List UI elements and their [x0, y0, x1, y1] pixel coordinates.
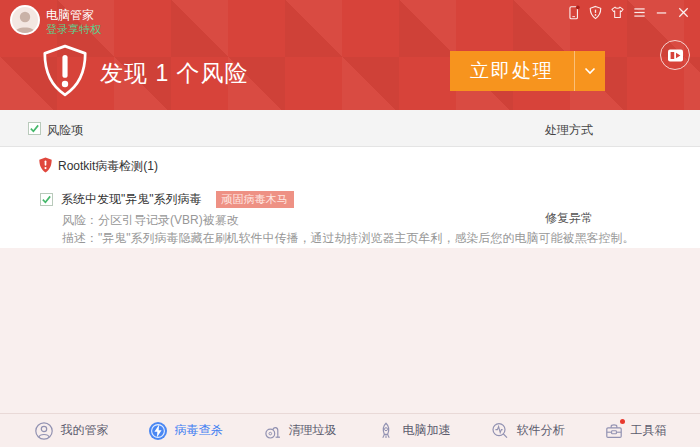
handle-now-button[interactable]: 立即处理	[450, 51, 605, 91]
virus-scan-lightning-icon	[148, 421, 168, 441]
list-header: 风险项 处理方式	[0, 110, 700, 147]
notification-badge	[620, 419, 625, 424]
rocket-icon	[376, 421, 396, 441]
toolbar-item-speedup[interactable]: 电脑加速	[376, 421, 451, 441]
risk-column-header: 风险项	[47, 122, 83, 139]
check-icon	[41, 194, 52, 205]
toolbox-icon	[604, 421, 624, 441]
check-icon	[29, 123, 40, 134]
toolbar-item-software-analysis[interactable]: 软件分析	[490, 421, 565, 441]
virus-description-text: 描述："异鬼"系列病毒隐藏在刷机软件中传播，通过劫持浏览器主页牟利，感染后您的电…	[62, 230, 635, 247]
fix-status-label: 修复异常	[545, 210, 593, 227]
toolbar-item-steward[interactable]: 我的管家	[34, 421, 109, 441]
minimize-icon[interactable]	[653, 4, 670, 21]
titlebar-icons	[565, 4, 692, 21]
user-silhouette-icon	[12, 7, 38, 33]
close-icon[interactable]	[675, 4, 692, 21]
toolbar-label: 电脑加速	[403, 422, 451, 439]
skin-icon[interactable]	[609, 4, 626, 21]
rootkit-group-row[interactable]: Rootkit病毒检测(1)	[0, 147, 700, 183]
mini-mode-icon	[667, 47, 684, 64]
virus-tag-badge: 顽固病毒木马	[216, 191, 294, 208]
chevron-down-icon[interactable]	[575, 51, 605, 91]
warning-shield-icon	[38, 43, 92, 103]
item-checkbox[interactable]	[40, 193, 53, 206]
steward-person-icon	[34, 421, 54, 441]
virus-item-row[interactable]: 系统中发现"异鬼"系列病毒 顽固病毒木马 风险：分区引导记录(VBR)被篡改 描…	[0, 183, 700, 248]
shield-icon[interactable]	[587, 4, 604, 21]
empty-list-area	[0, 248, 700, 413]
handle-now-label[interactable]: 立即处理	[450, 51, 574, 91]
virus-title: 系统中发现"异鬼"系列病毒	[61, 191, 202, 208]
toolbar-label: 病毒查杀	[175, 422, 223, 439]
phone-icon[interactable]	[565, 4, 582, 21]
toolbar-label: 工具箱	[631, 422, 667, 439]
alert-shield-icon	[38, 157, 53, 177]
toolbar-item-virus-scan[interactable]: 病毒查杀	[148, 421, 223, 441]
toolbar-label: 清理垃圾	[289, 422, 337, 439]
item-title-line: 系统中发现"异鬼"系列病毒 顽固病毒木马	[40, 191, 294, 208]
app-header: 电脑管家 登录享特权 发现 1 个风险 立即处理	[0, 0, 700, 110]
toolbar-label: 我的管家	[61, 422, 109, 439]
avatar[interactable]	[10, 5, 40, 35]
login-link[interactable]: 登录享特权	[46, 22, 101, 37]
magnifier-pulse-icon	[490, 421, 510, 441]
toolbar-item-clean-trash[interactable]: 清理垃圾	[262, 421, 337, 441]
risk-summary-title: 发现 1 个风险	[100, 58, 249, 89]
mini-mode-button[interactable]	[660, 40, 690, 70]
group-title: Rootkit病毒检测(1)	[58, 158, 158, 175]
toolbar-item-toolbox[interactable]: 工具箱	[604, 421, 667, 441]
toolbar-label: 软件分析	[517, 422, 565, 439]
action-column-header: 处理方式	[545, 122, 593, 139]
bottom-toolbar: 我的管家 病毒查杀 清理垃圾 电脑加速	[0, 413, 700, 447]
select-all-checkbox[interactable]	[28, 122, 41, 135]
menu-icon[interactable]	[631, 4, 648, 21]
vacuum-cleaner-icon	[262, 421, 282, 441]
virus-risk-text: 风险：分区引导记录(VBR)被篡改	[62, 212, 239, 229]
